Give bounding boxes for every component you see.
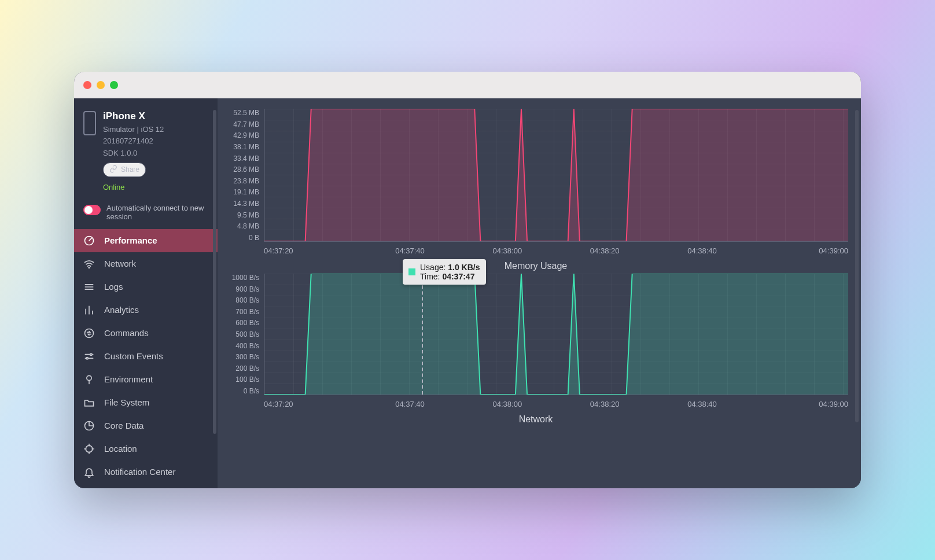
chart-title: Network [223,408,848,427]
x-tick-label: 04:37:40 [361,246,458,255]
chart-network: 1000 B/s900 B/s800 B/s700 B/s600 B/s500 … [223,274,848,427]
x-tick-label: 04:39:00 [751,246,848,255]
folder-icon [83,397,95,408]
sidebar-item-environment[interactable]: Environment [74,368,218,391]
y-tick-label: 600 B/s [223,319,259,327]
chart-plot[interactable] [264,109,848,242]
main-scrollbar[interactable] [855,110,859,422]
y-tick-label: 200 B/s [223,364,259,373]
device-icon [83,111,96,135]
auto-connect-label: Automatically connect to new session [106,204,208,221]
y-tick-label: 700 B/s [223,308,259,316]
y-tick-label: 4.8 MB [223,222,259,230]
wifi-icon [83,258,95,270]
sidebar-item-label: Environment [104,374,153,384]
sidebar-item-logs[interactable]: Logs [74,275,218,299]
auto-connect-row: Automatically connect to new session [74,199,218,229]
x-tick-label: 04:38:00 [459,400,556,408]
sidebar-item-label: File System [104,397,149,407]
bell-icon [83,466,95,478]
sidebar-item-analytics[interactable]: Analytics [74,299,218,322]
tooltip-usage-value: 1.0 KB/s [448,263,480,272]
x-tick-label: 04:39:00 [751,400,848,408]
x-tick-label: 04:38:00 [459,246,556,255]
y-tick-label: 400 B/s [223,342,259,350]
sidebar-item-label: Network [104,259,136,268]
y-tick-label: 800 B/s [223,296,259,304]
sidebar-scrollbar[interactable] [213,110,216,434]
window-close-icon[interactable] [83,81,91,89]
device-status: Online [103,182,164,193]
auto-connect-toggle[interactable] [83,205,101,215]
main-panel: 52.5 MB47.7 MB42.9 MB38.1 MB33.4 MB28.6 … [218,98,861,488]
y-tick-label: 52.5 MB [223,109,259,117]
sidebar-item-label: Logs [104,282,123,292]
chart-plot[interactable] [264,274,848,395]
share-label: Share [121,165,139,174]
sidebar-item-label: Analytics [104,305,139,315]
y-tick-label: 9.5 MB [223,211,259,219]
chart-yaxis: 52.5 MB47.7 MB42.9 MB38.1 MB33.4 MB28.6 … [223,109,264,242]
x-tick-label: 04:38:20 [556,400,653,408]
chart-hover-line [422,274,423,395]
tooltip-time-label: Time: [420,272,440,281]
gauge-icon [83,235,95,246]
swap-icon [83,327,95,339]
x-tick-label: 04:37:20 [264,400,361,408]
y-tick-label: 1000 B/s [223,274,259,282]
svg-point-5 [87,375,91,380]
chart-tooltip: Usage: 1.0 KB/s Time: 04:37:47 [403,259,486,285]
window-zoom-icon[interactable] [110,81,118,89]
y-tick-label: 300 B/s [223,353,259,361]
svg-point-4 [86,358,88,359]
device-build: 201807271402 [103,135,164,147]
y-tick-label: 38.1 MB [223,143,259,151]
tooltip-usage-label: Usage: [420,263,446,272]
app-window: iPhone X Simulator | iOS 12 201807271402… [74,72,861,488]
sidebar-item-custom-events[interactable]: Custom Events [74,345,218,368]
chart-svg [264,109,848,241]
sidebar-item-performance[interactable]: Performance [74,229,218,252]
y-tick-label: 14.3 MB [223,200,259,208]
window-minimize-icon[interactable] [97,81,105,89]
y-tick-label: 900 B/s [223,285,259,293]
y-tick-label: 42.9 MB [223,131,259,139]
tooltip-swatch-icon [408,268,415,275]
sidebar-item-label: Performance [104,235,157,245]
device-block: iPhone X Simulator | iOS 12 201807271402… [74,98,218,199]
sidebar-item-file-system[interactable]: File System [74,391,218,414]
sidebar-item-label: Commands [104,328,149,338]
x-tick-label: 04:38:40 [653,400,750,408]
y-tick-label: 100 B/s [223,375,259,384]
y-tick-label: 0 B [223,234,259,242]
device-sdk: SDK 1.0.0 [103,148,164,159]
y-tick-label: 28.6 MB [223,165,259,174]
share-button[interactable]: Share [103,163,146,177]
y-tick-label: 19.1 MB [223,188,259,196]
bars-icon [83,304,95,316]
svg-point-1 [89,267,90,268]
sliders-icon [83,351,95,362]
sidebar-item-location[interactable]: Location [74,437,218,460]
chart-yaxis: 1000 B/s900 B/s800 B/s700 B/s600 B/s500 … [223,274,264,395]
y-tick-label: 23.8 MB [223,177,259,185]
x-tick-label: 04:38:20 [556,246,653,255]
chart-xaxis: 04:37:2004:37:4004:38:0004:38:2004:38:40… [264,242,848,255]
sidebar-item-notification-center[interactable]: Notification Center [74,460,218,484]
chart-title: Memory Usage [223,255,848,274]
lines-icon [83,281,95,293]
pin-icon [83,374,95,385]
sidebar-item-network[interactable]: Network [74,252,218,275]
x-tick-label: 04:38:40 [653,246,750,255]
tooltip-time-value: 04:37:47 [442,272,474,281]
sidebar-nav: PerformanceNetworkLogsAnalyticsCommandsC… [74,229,218,484]
x-tick-label: 04:37:20 [264,246,361,255]
sidebar-item-core-data[interactable]: Core Data [74,414,218,437]
device-name: iPhone X [103,109,164,124]
window-titlebar [74,72,861,98]
sidebar-item-commands[interactable]: Commands [74,322,218,345]
sidebar-item-label: Notification Center [104,467,175,477]
sidebar: iPhone X Simulator | iOS 12 201807271402… [74,98,218,488]
pie-icon [83,420,95,432]
svg-point-7 [86,445,93,452]
